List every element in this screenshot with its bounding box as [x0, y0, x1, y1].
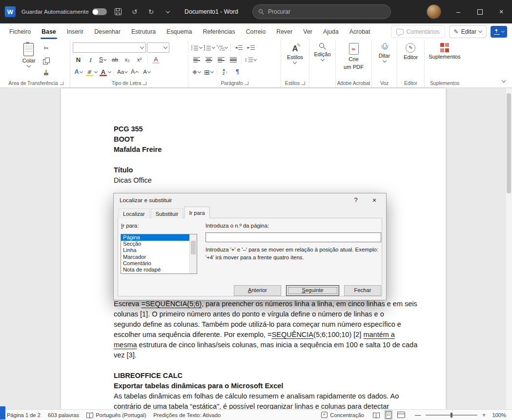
web-layout-button[interactable]: [396, 410, 407, 420]
font-name-combo[interactable]: [73, 42, 146, 53]
minimize-button[interactable]: –: [448, 0, 469, 23]
numbering-button[interactable]: [204, 42, 215, 53]
highlight-button[interactable]: [85, 67, 98, 77]
increase-indent-button[interactable]: ▸: [246, 42, 257, 53]
text-predictions-status[interactable]: Predições de Texto: Ativado: [153, 410, 221, 420]
print-layout-button[interactable]: [384, 410, 393, 420]
page-number-input[interactable]: [205, 232, 381, 242]
align-center-button[interactable]: [203, 55, 214, 65]
strikethrough-button[interactable]: ab: [109, 55, 121, 65]
autosave-control[interactable]: Guardar Automaticamente: [21, 8, 107, 15]
ribbon-tab-inserir[interactable]: Inserir: [61, 23, 89, 40]
subscript-button[interactable]: x₂: [122, 55, 133, 65]
paste-button[interactable]: Colar: [20, 42, 38, 68]
ribbon-tab-correio[interactable]: Correio: [241, 23, 271, 40]
redo-icon[interactable]: ↻: [146, 6, 157, 17]
maximize-button[interactable]: [469, 0, 491, 23]
listbox-scrollbar-thumb[interactable]: [191, 241, 196, 254]
search-box[interactable]: Procurar: [252, 4, 391, 19]
dialog-tab-ir-para[interactable]: Ir para: [184, 207, 209, 218]
goto-list-item[interactable]: Marcador: [121, 254, 197, 260]
previous-button[interactable]: Anterior: [234, 285, 281, 296]
dialog-launcher-icon[interactable]: [60, 82, 63, 85]
zoom-out-button[interactable]: —: [414, 412, 422, 419]
close-dialog-button[interactable]: Fechar: [344, 285, 381, 296]
font-color-button[interactable]: A: [99, 67, 111, 77]
ribbon-tab-rever[interactable]: Rever: [271, 23, 298, 40]
share-button[interactable]: [491, 26, 507, 38]
edit-mode-button[interactable]: ✎ Editar: [449, 25, 487, 38]
multilevel-list-button[interactable]: [216, 42, 228, 53]
addins-button[interactable]: Suplementos: [426, 42, 463, 61]
zoom-slider[interactable]: [426, 415, 477, 416]
shrink-font-button[interactable]: A: [141, 67, 152, 77]
collapse-ribbon-button[interactable]: [502, 75, 505, 84]
shading-button[interactable]: ◆: [191, 67, 202, 77]
goto-list-item[interactable]: Nota de rodapé: [121, 267, 197, 273]
ribbon-tab-desenhar[interactable]: Desenhar: [89, 23, 126, 40]
editing-button[interactable]: Edição: [311, 42, 333, 62]
change-case-button[interactable]: Aa: [117, 67, 128, 77]
dialog-launcher-icon[interactable]: [302, 82, 305, 85]
copy-button[interactable]: [41, 56, 52, 66]
cut-button[interactable]: ✂: [41, 43, 52, 54]
justify-button[interactable]: [227, 55, 239, 65]
dialog-tab-localizar[interactable]: Localizar: [118, 209, 150, 218]
font-size-combo[interactable]: [147, 42, 169, 53]
dialog-close-button[interactable]: ×: [368, 195, 381, 205]
ribbon-tab-referencias[interactable]: Referências: [198, 23, 241, 40]
goto-list-item[interactable]: Página: [121, 234, 197, 241]
ribbon-tab-base[interactable]: Base: [36, 23, 61, 40]
align-left-button[interactable]: [191, 55, 202, 65]
bullets-button[interactable]: [191, 42, 203, 53]
word-logo-icon[interactable]: W: [5, 6, 16, 17]
create-pdf-button[interactable]: ∞ Crie um PDF: [341, 42, 366, 72]
ribbon-tab-esquema[interactable]: Esquema: [161, 23, 197, 40]
ribbon-tab-ver[interactable]: Ver: [298, 23, 318, 40]
borders-button[interactable]: ⊞: [203, 67, 214, 77]
save-icon[interactable]: [113, 6, 123, 17]
read-mode-button[interactable]: [371, 411, 381, 419]
ribbon-tab-acrobat[interactable]: Acrobat: [344, 23, 376, 40]
zoom-level[interactable]: 100%: [491, 412, 506, 418]
bold-button[interactable]: N: [73, 55, 84, 65]
ribbon-tab-ficheiro[interactable]: Ficheiro: [4, 23, 36, 40]
text-effects-button[interactable]: A: [73, 67, 84, 77]
undo-icon[interactable]: ↺: [129, 6, 140, 17]
decrease-indent-button[interactable]: ◂: [233, 42, 245, 53]
dictate-button[interactable]: Ditar: [376, 42, 393, 63]
show-paragraph-marks-button[interactable]: ¶: [232, 67, 243, 77]
superscript-button[interactable]: x²: [134, 55, 145, 65]
line-spacing-button[interactable]: ↕: [244, 55, 257, 65]
language-status[interactable]: Português (Portugal): [86, 410, 146, 420]
align-right-button[interactable]: [215, 55, 226, 65]
format-painter-button[interactable]: [41, 68, 52, 78]
grow-font-button[interactable]: A: [129, 67, 140, 77]
dialog-launcher-icon[interactable]: [143, 82, 146, 85]
dialog-help-button[interactable]: ?: [349, 195, 363, 205]
focus-mode-button[interactable]: Concentração: [321, 410, 364, 420]
goto-listbox[interactable]: PáginaSecçãoLinhaMarcadorComentárioNota …: [121, 234, 197, 274]
dialog-tab-substituir[interactable]: Substituir: [151, 209, 184, 218]
underline-button[interactable]: S: [97, 55, 108, 65]
scrollbar-thumb[interactable]: [507, 93, 511, 193]
next-button[interactable]: Seguinte: [286, 285, 339, 296]
listbox-scrollbar[interactable]: [189, 234, 197, 273]
comments-button[interactable]: Comentários: [391, 25, 445, 38]
styles-button[interactable]: A✎ Estilos: [285, 42, 306, 65]
dialog-launcher-icon[interactable]: [245, 82, 248, 85]
autosave-toggle[interactable]: [92, 8, 107, 15]
close-button[interactable]: ×: [491, 0, 512, 23]
avatar[interactable]: [427, 5, 441, 19]
ribbon-tab-estrutura[interactable]: Estrutura: [126, 23, 161, 40]
goto-list-item[interactable]: Linha: [121, 247, 197, 253]
sort-button[interactable]: AZ ↓: [220, 67, 231, 77]
goto-list-item[interactable]: Comentário: [121, 260, 197, 267]
zoom-in-button[interactable]: +: [481, 412, 487, 419]
vertical-scrollbar[interactable]: [505, 88, 512, 409]
ribbon-tab-ajuda[interactable]: Ajuda: [318, 23, 344, 40]
clear-formatting-button[interactable]: A: [150, 55, 162, 65]
italic-button[interactable]: I: [85, 55, 96, 65]
zoom-slider-thumb[interactable]: [451, 413, 452, 418]
goto-list-item[interactable]: Secção: [121, 241, 197, 247]
